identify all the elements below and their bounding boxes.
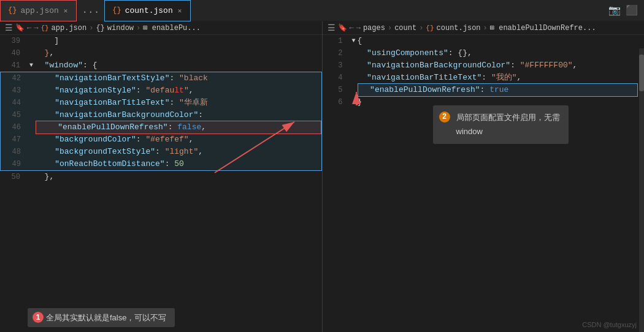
code-line-46: 46 "enablePullDownRefresh": false,: [1, 121, 321, 134]
right-code-line-5: 5 "enablePullDownRefresh": true: [323, 84, 638, 96]
breadcrumb-braces: {}: [96, 24, 104, 32]
left-breadcrumb: ☰ 🔖 ← → {} app.json › {} window › ⊞ enab…: [0, 21, 322, 35]
line-content-50: },: [35, 171, 322, 183]
right-code-line-3: 3 "navigationBarBackgroundColor": "#FFFF…: [323, 59, 638, 72]
line-content-44: "navigationBarTitleText": "华卓新: [36, 97, 321, 109]
right-code-line-1: 1 ▼ {: [323, 35, 638, 47]
right-line-num-5: 5: [323, 84, 350, 96]
line-content-46: "enablePullDownRefresh": false,: [36, 121, 321, 134]
right-line-content-5: "enablePullDownRefresh": true: [358, 83, 638, 97]
line-num-49: 49: [1, 158, 28, 170]
code-line-45: 45 "navigationBarBackgroundColor":: [1, 109, 321, 121]
breadcrumb-sep2: ›: [136, 24, 140, 32]
annotation-circle-1: 1: [33, 312, 44, 323]
right-inner-block: 2 "usingComponents": {}, 3 "navigationBa…: [323, 47, 638, 96]
breadcrumb-pages: pages: [363, 24, 385, 32]
right-line-content-2: "usingComponents": {},: [358, 47, 638, 59]
code-line-44: 44 "navigationBarTitleText": "华卓新: [1, 97, 321, 109]
line-content-42: "navigationBarTextStyle": "black: [36, 72, 321, 85]
code-line-48: 48 "backgroundTextStyle": "light",: [1, 146, 321, 158]
code-line-39: 39 ]: [0, 35, 322, 47]
breadcrumb-app-json: app.json: [52, 24, 87, 32]
annotation-1: 1 全局其实默认就是false，可以不写: [28, 308, 175, 328]
line6-arrow: ▶: [356, 97, 361, 110]
breadcrumb-file-icon: {}: [40, 25, 48, 32]
right-line-num-1: 1: [323, 35, 350, 47]
annotation-text-2: 局部页面配置文件启用，无需window: [456, 110, 560, 139]
tab-count-json[interactable]: {} count.json ✕: [104, 0, 191, 21]
tab-icon-count: {}: [112, 6, 121, 15]
tab-icon-app: {}: [8, 6, 17, 15]
tab-app-json[interactable]: {} app.json ✕: [0, 0, 77, 21]
line-num-42: 42: [1, 72, 28, 85]
breadcrumb-back[interactable]: ←: [27, 24, 31, 32]
breadcrumb-window-text: window: [107, 24, 134, 32]
line-content-41: "window": {: [35, 59, 322, 72]
right-scrollbar[interactable]: [639, 48, 644, 332]
breadcrumb-bookmark[interactable]: 🔖: [15, 23, 25, 32]
right-line-content-4: "navigationBarTitleText": "我的",: [358, 72, 638, 84]
breadcrumb-enablepulldown: ⊞ enablePullDownRefre...: [490, 23, 596, 32]
right-code-lines: 1 ▼ { 2 "usingComponents": {}, 3: [323, 35, 638, 108]
tab-label-app: app.json: [20, 6, 58, 15]
right-code-container: 1 ▼ { 2 "usingComponents": {}, 3: [323, 35, 645, 332]
line-num-44: 44: [1, 97, 28, 109]
tab-more-button[interactable]: ...: [77, 5, 104, 16]
breadcrumb-back-r[interactable]: ←: [350, 24, 354, 32]
line-num-43: 43: [1, 85, 28, 97]
right-scrollbar-thumb[interactable]: [639, 55, 644, 91]
tab-close-count[interactable]: ✕: [177, 6, 183, 15]
breadcrumb-hamburger[interactable]: ☰: [5, 23, 13, 33]
right-line-num-4: 4: [323, 72, 350, 84]
line-content-45: "navigationBarBackgroundColor":: [36, 109, 321, 121]
line-num-47: 47: [1, 134, 28, 146]
right-breadcrumb: ☰ 🔖 ← → pages › count › {} count.json › …: [323, 21, 645, 35]
line-num-41: 41: [0, 59, 28, 72]
right-line-content-3: "navigationBarBackgroundColor": "#FFFFFF…: [358, 59, 638, 72]
right-panel: ☰ 🔖 ← → pages › count › {} count.json › …: [323, 21, 645, 332]
line-num-45: 45: [1, 109, 28, 121]
breadcrumb-sep1: ›: [89, 24, 93, 32]
right-line-num-3: 3: [323, 59, 350, 72]
breadcrumb-count-folder: count: [394, 24, 416, 32]
code-line-43: 43 "navigationStyle": "default",: [1, 85, 321, 97]
code-line-47: 47 "backgroundColor": "#efefef",: [1, 134, 321, 146]
right-line-num-6: 6: [323, 96, 350, 108]
code-line-41: 41 ▼ "window": {: [0, 59, 322, 72]
editor-area: ☰ 🔖 ← → {} app.json › {} window › ⊞ enab…: [0, 21, 644, 332]
breadcrumb-enablepu: ⊞ enablePu...: [143, 23, 201, 32]
split-icon[interactable]: ⬛: [626, 4, 638, 17]
annotation-text-1: 全局其实默认就是false，可以不写: [46, 312, 166, 324]
line-num-40: 40: [0, 47, 28, 59]
breadcrumb-bookmark-r[interactable]: 🔖: [338, 23, 347, 32]
breadcrumb-hamburger-r[interactable]: ☰: [328, 23, 335, 33]
watermark: CSDN @tutgxuzyj: [582, 321, 637, 328]
line-content-39: ]: [35, 35, 322, 47]
code-line-49: 49 "onReachBottomDistance": 50: [1, 158, 321, 170]
line-content-47: "backgroundColor": "#efefef",: [36, 134, 321, 146]
line-num-39: 39: [0, 35, 28, 47]
annotation-circle-2: 2: [439, 111, 450, 123]
line-num-48: 48: [1, 146, 28, 158]
annotation-2: 2 局部页面配置文件启用，无需window: [433, 105, 569, 144]
camera-icon[interactable]: 📷: [608, 4, 621, 17]
tab-close-app[interactable]: ✕: [63, 6, 69, 15]
window-block: 42 "navigationBarTextStyle": "black 43 "…: [0, 72, 322, 171]
line-content-48: "backgroundTextStyle": "light",: [36, 146, 321, 158]
line-content-40: },: [35, 47, 322, 59]
code-line-50: 50 },: [0, 171, 322, 183]
code-line-40: 40 },: [0, 47, 322, 59]
right-code-line-2: 2 "usingComponents": {},: [323, 47, 638, 59]
left-code-lines: 39 ] 40 }, 41 ▼ "window": {: [0, 35, 322, 183]
right-line-content-1: {: [358, 35, 638, 47]
breadcrumb-forward[interactable]: →: [34, 24, 38, 32]
tab-bar: {} app.json ✕ ... {} count.json ✕ 📷 ⬛: [0, 0, 644, 21]
tab-label-count: count.json: [125, 6, 173, 15]
breadcrumb-icon-r: {}: [426, 25, 434, 32]
breadcrumb-forward-r[interactable]: →: [356, 24, 361, 32]
tab-bar-actions: 📷 ⬛: [608, 4, 644, 17]
left-panel: ☰ 🔖 ← → {} app.json › {} window › ⊞ enab…: [0, 21, 323, 332]
line-content-43: "navigationStyle": "default",: [36, 85, 321, 97]
code-line-42: 42 "navigationBarTextStyle": "black: [1, 72, 321, 85]
right-line-num-2: 2: [323, 47, 350, 59]
